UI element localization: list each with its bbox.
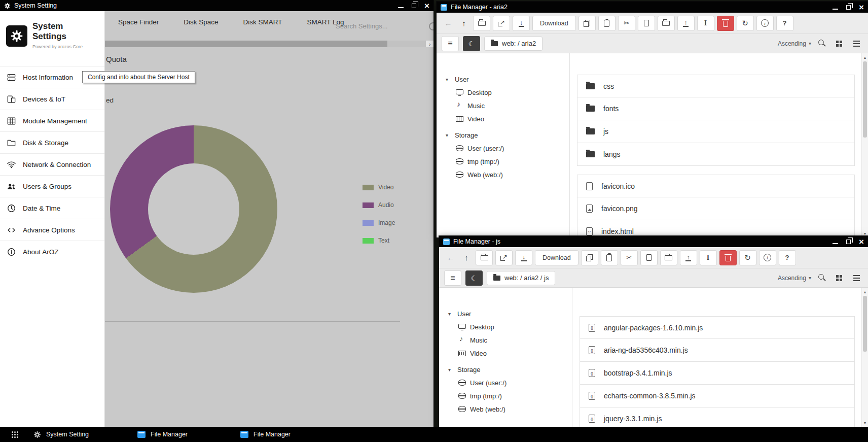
tree-item[interactable]: ▾ Desktop bbox=[437, 86, 569, 99]
dark-mode-button[interactable]: ☾ bbox=[465, 270, 483, 286]
scrollbar[interactable]: ▲ ▼ bbox=[861, 53, 868, 237]
tree-item[interactable]: ▾ Web (web:/) bbox=[437, 168, 569, 181]
help-button[interactable]: ? bbox=[776, 16, 793, 31]
file-item[interactable]: langs bbox=[577, 143, 855, 166]
minimize-button[interactable] bbox=[833, 239, 838, 245]
system-settings-titlebar[interactable]: System Setting × bbox=[0, 0, 433, 11]
search-button[interactable] bbox=[815, 40, 828, 47]
breadcrumb[interactable]: web: / aria2 bbox=[484, 37, 542, 51]
sidebar-item-date-time[interactable]: Date & Time bbox=[0, 197, 104, 219]
file-item[interactable]: fonts bbox=[577, 97, 855, 120]
close-button[interactable]: × bbox=[424, 2, 429, 10]
delete-button[interactable] bbox=[717, 16, 734, 31]
grid-view-button[interactable] bbox=[833, 275, 846, 281]
scrollbar[interactable]: ▲ ▼ bbox=[861, 288, 868, 427]
open-folder-button[interactable] bbox=[476, 250, 493, 265]
file-item[interactable]: echarts-common-3.8.5.min.js bbox=[580, 385, 855, 407]
sidebar-item-module-management[interactable]: Module Management bbox=[0, 110, 104, 131]
sidebar-item-disk-storage[interactable]: Disk & Storage bbox=[0, 131, 104, 153]
apps-grid-button[interactable] bbox=[4, 427, 25, 442]
copy-button[interactable] bbox=[581, 250, 598, 265]
file-item[interactable]: index.html bbox=[577, 220, 855, 237]
refresh-button[interactable]: ↻ bbox=[737, 16, 754, 31]
tree-item[interactable]: ▾ tmp (tmp:/) bbox=[439, 389, 572, 402]
paste-button[interactable] bbox=[601, 250, 618, 265]
dark-mode-button[interactable]: ☾ bbox=[463, 36, 480, 51]
file-item[interactable]: favicon.png bbox=[577, 197, 855, 220]
scroll-up-icon[interactable]: ▲ bbox=[862, 54, 868, 61]
taskbar-item-file-manager-2[interactable]: File Manager bbox=[240, 431, 291, 438]
file-manager-titlebar[interactable]: File Manager - aria2 × bbox=[437, 2, 868, 13]
upload-button[interactable]: ↑ bbox=[677, 16, 695, 31]
tree-item[interactable]: ▾ Music bbox=[437, 99, 569, 112]
horizontal-scrollbar[interactable]: › bbox=[105, 41, 433, 47]
delete-button[interactable] bbox=[719, 250, 737, 265]
sort-dropdown[interactable]: Ascending ▾ bbox=[778, 275, 811, 282]
tree-item[interactable]: ▾ Storage bbox=[439, 363, 572, 376]
file-item[interactable]: favicon.ico bbox=[577, 175, 855, 197]
list-view-button[interactable] bbox=[850, 275, 863, 281]
up-icon[interactable]: ↑ bbox=[460, 253, 473, 262]
file-manager-titlebar[interactable]: File Manager - js × bbox=[439, 236, 868, 247]
new-file-button[interactable] bbox=[638, 16, 655, 31]
maximize-button[interactable] bbox=[846, 240, 851, 244]
tree-item[interactable]: ▾ tmp (tmp:/) bbox=[437, 155, 569, 168]
scrollbar-thumb[interactable] bbox=[863, 296, 867, 352]
minimize-button[interactable] bbox=[398, 3, 404, 9]
cut-button[interactable]: ✂ bbox=[618, 16, 635, 31]
up-icon[interactable]: ↑ bbox=[457, 19, 471, 27]
new-file-button[interactable] bbox=[640, 250, 658, 265]
open-in-new-window-button[interactable]: ↗ bbox=[493, 16, 510, 31]
new-folder-button[interactable] bbox=[660, 250, 677, 265]
tree-item[interactable]: ▾ User (user:/) bbox=[439, 376, 572, 389]
download-icon-button[interactable]: ↓ bbox=[513, 16, 530, 31]
new-folder-button[interactable] bbox=[658, 16, 675, 31]
sidebar-item-network-connection[interactable]: Network & Connection bbox=[0, 153, 104, 175]
breadcrumb[interactable]: web: / aria2 / js bbox=[487, 271, 555, 285]
sidebar-item-advance-options[interactable]: Advance Options bbox=[0, 219, 104, 241]
file-item[interactable]: jquery-3.3.1.min.js bbox=[580, 407, 855, 427]
taskbar-item-file-manager-1[interactable]: File Manager bbox=[137, 431, 188, 438]
taskbar-item-system-setting[interactable]: System Setting bbox=[33, 431, 89, 438]
properties-button[interactable]: i bbox=[756, 16, 774, 31]
upload-button[interactable]: ↑ bbox=[680, 250, 697, 265]
file-item[interactable]: js bbox=[577, 120, 855, 143]
paste-button[interactable] bbox=[598, 16, 616, 31]
tree-item[interactable]: ▾ Video bbox=[439, 347, 572, 360]
file-item[interactable]: angular-packages-1.6.10.min.js bbox=[580, 316, 855, 339]
sidebar-item-devices-iot[interactable]: Devices & IoT bbox=[0, 88, 104, 110]
refresh-button[interactable]: ↻ bbox=[739, 250, 756, 265]
open-in-new-window-button[interactable]: ↗ bbox=[495, 250, 513, 265]
copy-button[interactable] bbox=[578, 16, 596, 31]
tree-item[interactable]: ▾ Music bbox=[439, 333, 572, 347]
minimize-button[interactable] bbox=[833, 5, 838, 10]
open-folder-button[interactable] bbox=[473, 16, 490, 31]
download-icon-button[interactable]: ↓ bbox=[515, 250, 532, 265]
menu-button[interactable]: ≡ bbox=[444, 270, 461, 286]
cut-button[interactable]: ✂ bbox=[621, 250, 638, 265]
tree-item[interactable]: ▾ Desktop bbox=[439, 320, 572, 333]
download-button[interactable]: Download bbox=[532, 16, 576, 31]
scrollbar-thumb[interactable] bbox=[863, 61, 867, 138]
scroll-up-icon[interactable]: ▲ bbox=[862, 288, 868, 295]
close-button[interactable]: × bbox=[859, 237, 864, 246]
back-icon[interactable]: ← bbox=[444, 253, 457, 262]
settings-tab[interactable]: Disk SMART bbox=[243, 18, 282, 26]
back-icon[interactable]: ← bbox=[442, 19, 455, 27]
file-item[interactable]: aria-ng-da5356c403.min.js bbox=[580, 339, 855, 362]
tree-item[interactable]: ▾ Web (web:/) bbox=[439, 402, 572, 416]
download-button[interactable]: Download bbox=[535, 250, 578, 265]
rename-button[interactable]: I bbox=[700, 250, 717, 265]
settings-tab[interactable]: Space Finder bbox=[118, 18, 159, 26]
settings-tab[interactable]: Disk Space bbox=[184, 18, 218, 26]
menu-button[interactable]: ≡ bbox=[442, 36, 459, 51]
file-item[interactable]: bootstrap-3.4.1.min.js bbox=[580, 362, 855, 385]
maximize-button[interactable] bbox=[412, 4, 416, 8]
properties-button[interactable]: i bbox=[759, 250, 776, 265]
tree-item[interactable]: ▾ User bbox=[437, 73, 569, 86]
list-view-button[interactable] bbox=[850, 41, 863, 47]
tree-item[interactable]: ▾ User (user:/) bbox=[437, 142, 569, 155]
scroll-right-icon[interactable]: › bbox=[426, 41, 433, 47]
search-settings-input[interactable] bbox=[336, 22, 417, 30]
scroll-down-icon[interactable]: ▼ bbox=[862, 419, 868, 426]
